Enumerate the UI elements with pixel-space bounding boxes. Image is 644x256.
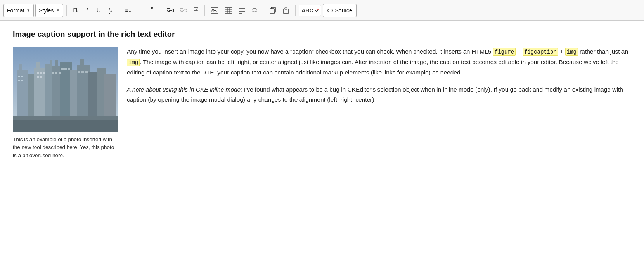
svg-rect-42 xyxy=(40,76,42,78)
svg-rect-35 xyxy=(21,76,23,77)
strikethrough-button[interactable]: Ix xyxy=(105,5,116,16)
image-caption: This is an example of a photo inserted w… xyxy=(13,136,118,159)
source-button[interactable]: Source xyxy=(323,4,357,17)
separator-4 xyxy=(204,5,205,16)
format-label: Format xyxy=(7,7,24,14)
svg-rect-39 xyxy=(40,72,42,74)
list-group: ≡1 ⋮ " xyxy=(122,5,158,16)
svg-rect-50 xyxy=(81,71,84,73)
bold-button[interactable]: B xyxy=(70,5,81,16)
image-block: This is an example of a photo inserted w… xyxy=(13,47,118,159)
image-button[interactable] xyxy=(208,5,221,16)
separator-2 xyxy=(119,5,119,16)
svg-rect-30 xyxy=(80,59,84,67)
ordered-list-button[interactable]: ≡1 xyxy=(122,5,133,16)
code-img2: img xyxy=(127,59,140,66)
source-label: Source xyxy=(335,7,352,14)
para2-italic: A note about using this in CKE inline mo… xyxy=(127,86,242,93)
text-block: Any time you insert an image into your c… xyxy=(127,47,631,159)
svg-rect-38 xyxy=(37,72,39,74)
copy-button[interactable] xyxy=(267,5,279,16)
para1-text-before: Any time you insert an image into your c… xyxy=(127,48,493,55)
format-dropdown[interactable]: Format ▼ xyxy=(3,4,34,17)
align-icon xyxy=(239,7,246,14)
svg-line-16 xyxy=(317,9,319,10)
article-heading: Image caption support in the rich text e… xyxy=(13,30,631,39)
svg-rect-23 xyxy=(45,64,52,116)
para1-text-after: . The image with caption can be left, ri… xyxy=(127,59,619,76)
svg-rect-49 xyxy=(78,71,80,73)
content-body: This is an example of a photo inserted w… xyxy=(13,47,631,159)
svg-rect-46 xyxy=(61,68,64,70)
code-figure: figure xyxy=(493,48,516,56)
styles-dropdown[interactable]: Styles ▼ xyxy=(35,4,63,17)
toolbar: Format ▼ Styles ▼ B I U Ix ≡1 ⋮ xyxy=(0,0,644,21)
paste-button[interactable] xyxy=(280,5,292,16)
italic-button[interactable]: I xyxy=(81,5,92,16)
svg-rect-19 xyxy=(19,64,22,72)
align-button[interactable] xyxy=(236,5,248,16)
svg-rect-51 xyxy=(85,71,88,73)
svg-rect-3 xyxy=(225,8,232,13)
paragraph-1: Any time you insert an image into your c… xyxy=(127,47,631,78)
svg-rect-43 xyxy=(52,72,54,74)
svg-rect-14 xyxy=(284,9,288,14)
svg-point-2 xyxy=(212,9,214,10)
separator-5 xyxy=(263,5,263,16)
link-icon xyxy=(167,8,174,13)
city-skyline-svg xyxy=(13,47,118,132)
svg-rect-53 xyxy=(13,120,118,132)
svg-rect-44 xyxy=(55,72,57,74)
svg-rect-29 xyxy=(77,65,90,116)
svg-rect-33 xyxy=(104,74,116,116)
table-button[interactable] xyxy=(222,5,235,16)
svg-rect-15 xyxy=(285,8,287,9)
source-code-icon xyxy=(327,7,333,14)
svg-rect-40 xyxy=(43,72,45,74)
flag-icon xyxy=(193,7,199,14)
paragraph-2: A note about using this in CKE inline mo… xyxy=(127,85,631,105)
para1-mid1: + xyxy=(516,48,523,55)
svg-rect-36 xyxy=(18,80,20,81)
svg-rect-45 xyxy=(59,72,61,74)
svg-rect-34 xyxy=(18,76,20,77)
paste-icon xyxy=(282,7,289,14)
flag-button[interactable] xyxy=(190,5,201,16)
unlink-button[interactable] xyxy=(177,5,190,16)
link-button[interactable] xyxy=(164,5,177,16)
unlink-icon xyxy=(180,8,187,13)
para1-mid3: rather than just an xyxy=(578,48,628,55)
svg-rect-22 xyxy=(36,62,40,69)
styles-arrow-icon: ▼ xyxy=(56,8,60,12)
code-figcaption: figcaption xyxy=(523,48,558,56)
spellcheck-button[interactable]: ABC xyxy=(299,5,321,16)
editor-wrapper: Format ▼ Styles ▼ B I U Ix ≡1 ⋮ xyxy=(0,0,644,256)
separator-1 xyxy=(66,5,67,16)
svg-line-0 xyxy=(181,9,186,12)
image-icon xyxy=(211,7,218,14)
special-char-button[interactable]: Ω xyxy=(249,5,260,16)
blockquote-button[interactable]: " xyxy=(147,5,158,16)
format-arrow-icon: ▼ xyxy=(26,8,30,12)
svg-rect-41 xyxy=(37,76,39,78)
copy-icon xyxy=(269,7,276,14)
code-img1: img xyxy=(565,48,578,56)
underline-button[interactable]: U xyxy=(93,5,104,16)
table-icon xyxy=(225,7,232,14)
separator-6 xyxy=(295,5,296,16)
editor-content[interactable]: Image caption support in the rich text e… xyxy=(0,21,644,256)
link-group xyxy=(164,5,201,16)
svg-rect-47 xyxy=(64,68,67,70)
copy-paste-group xyxy=(267,5,292,16)
svg-rect-24 xyxy=(50,60,52,65)
city-image xyxy=(13,47,118,132)
svg-rect-37 xyxy=(21,80,23,81)
svg-rect-26 xyxy=(55,60,58,67)
text-format-group: B I U Ix xyxy=(70,5,116,16)
styles-label: Styles xyxy=(39,7,54,14)
spellcheck-arrow-icon xyxy=(315,9,319,12)
insert-group: Ω xyxy=(208,5,260,16)
abc-label: ABC xyxy=(301,7,313,14)
unordered-list-button[interactable]: ⋮ xyxy=(134,5,146,16)
svg-rect-48 xyxy=(68,68,70,70)
